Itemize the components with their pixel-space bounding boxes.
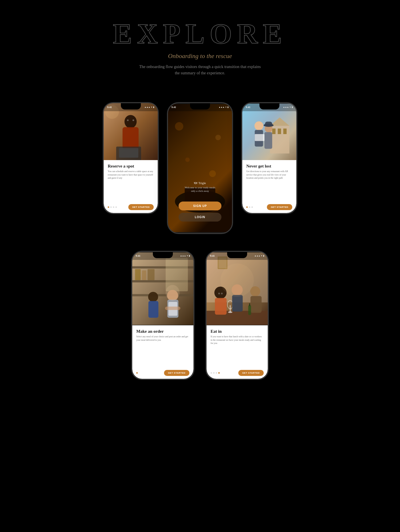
svg-rect-56: [251, 296, 262, 312]
phone-footer-5: GET STARTED: [211, 370, 264, 376]
svg-point-36: [148, 292, 158, 302]
logo-text: Trigle: [198, 181, 206, 185]
svg-rect-24: [265, 132, 272, 149]
phone-text-5: If you want to have that lunch with a da…: [211, 335, 264, 345]
svg-point-57: [221, 293, 223, 294]
signal-icon-3: ▲▲▲: [283, 106, 289, 108]
svg-rect-2: [123, 127, 139, 150]
svg-rect-52: [215, 298, 227, 314]
battery-icon-3: ▮: [292, 106, 293, 108]
phone-order: 9:41 ▲▲▲ ▾ ▮: [131, 251, 194, 380]
wifi-icon-3: ▾: [290, 106, 291, 108]
phone-text-4: Select any meal of your choice and post …: [136, 335, 189, 341]
time-5: 9:41: [210, 254, 215, 257]
status-1: ▲▲▲ ▾ ▮: [144, 106, 154, 108]
svg-rect-31: [132, 294, 193, 296]
svg-point-5: [127, 119, 129, 121]
dot-5a: [211, 372, 212, 374]
svg-rect-19: [278, 128, 281, 134]
svg-rect-33: [142, 270, 146, 280]
time-4: 9:41: [136, 254, 141, 257]
phone-text-1: You can schedule and reserve a table spa…: [108, 170, 154, 180]
dot-active-3: [246, 206, 248, 208]
phone-image-5: [207, 252, 268, 326]
dots-4: [136, 372, 138, 374]
phone-footer-1: GET STARTED: [108, 204, 154, 210]
travel-svg: [242, 103, 296, 164]
page-wrapper: EXPLORE Onboarding to the rescue The onb…: [0, 0, 400, 532]
svg-rect-4: [119, 148, 138, 158]
dot-active-4: [136, 372, 138, 374]
splash-overlay: 🍽 Trigle Welcome to your ready mealsonly…: [168, 103, 232, 233]
signal-icon-4: ▲▲▲: [180, 255, 186, 257]
battery-icon-5: ▮: [263, 255, 264, 257]
wifi-icon: ▾: [151, 106, 152, 108]
svg-rect-59: [248, 305, 251, 315]
header: EXPLORE Onboarding to the rescue The onb…: [113, 17, 287, 77]
dot-4: [115, 206, 117, 208]
battery-icon-4: ▮: [189, 255, 190, 257]
notch-1: [121, 103, 141, 109]
svg-point-58: [218, 293, 220, 294]
signal-icon-5: ▲▲▲: [254, 255, 260, 257]
dots-3: [246, 206, 253, 208]
phone-splash: 9:41 ▲▲▲ ▾ ▮: [167, 102, 233, 234]
dot-5c: [216, 372, 217, 374]
dot-3b: [249, 206, 250, 208]
phone-content-1: Reserve a spot You can schedule and rese…: [104, 160, 158, 213]
phone-image-1: [104, 103, 158, 164]
kitchen-svg: [132, 252, 193, 326]
phone-title-1: Reserve a spot: [108, 164, 154, 169]
svg-point-61: [221, 264, 254, 297]
notch-2: [190, 103, 210, 109]
dot-active-5: [218, 372, 220, 374]
wifi-icon-5: ▾: [261, 255, 262, 257]
time-1: 9:41: [107, 106, 112, 109]
login-button[interactable]: LOGIN: [179, 213, 221, 222]
splash-tagline: Welcome to your ready mealsonly a click …: [185, 186, 215, 193]
svg-rect-18: [272, 128, 276, 134]
signal-icon: ▲▲▲: [144, 106, 150, 108]
wifi-icon-2: ▾: [225, 106, 227, 108]
status-5: ▲▲▲ ▾ ▮: [254, 255, 264, 257]
get-started-button-1[interactable]: GET STARTED: [128, 204, 154, 210]
phone-image-4: [132, 252, 193, 326]
phone-reserve: 9:41 ▲▲▲ ▾ ▮: [103, 102, 159, 214]
svg-rect-34: [148, 269, 155, 280]
dots-5: [211, 372, 220, 374]
phone-title-4: Make an order: [136, 329, 189, 334]
svg-point-6: [133, 119, 134, 121]
signup-button[interactable]: SIGN UP: [179, 202, 221, 210]
phone-content-4: Make an order Select any meal of your ch…: [132, 325, 193, 378]
dot-3: [113, 206, 114, 208]
notch-5: [227, 252, 247, 258]
phone-content-5: Eat in If you want to have that lunch wi…: [207, 325, 268, 378]
battery-icon: ▮: [153, 106, 154, 108]
person-svg-1: [104, 103, 158, 164]
get-started-button-3[interactable]: GET STARTED: [267, 204, 292, 210]
phone-footer-4: GET STARTED: [136, 370, 189, 376]
notch-4: [153, 252, 173, 258]
app-logo: 🍽 Trigle: [194, 181, 206, 185]
get-started-button-4[interactable]: GET STARTED: [164, 370, 189, 376]
svg-point-21: [255, 121, 263, 130]
dining-svg: [207, 252, 268, 326]
phone-footer-3: GET STARTED: [246, 204, 292, 210]
svg-rect-60: [249, 303, 250, 306]
time-2: 9:41: [171, 106, 176, 109]
svg-rect-37: [148, 301, 158, 318]
logo-icon: 🍽: [194, 181, 197, 185]
svg-point-1: [125, 115, 137, 128]
svg-rect-25: [255, 134, 265, 141]
svg-rect-27: [265, 121, 272, 126]
svg-rect-20: [283, 128, 287, 134]
phone-title-5: Eat in: [211, 329, 264, 334]
get-started-button-5[interactable]: GET STARTED: [238, 370, 264, 376]
phone-text-3: Get directions to your any restaurant wi…: [246, 170, 292, 180]
dots-1: [108, 206, 117, 208]
status-3: ▲▲▲ ▾ ▮: [283, 106, 293, 108]
svg-point-42: [166, 285, 180, 300]
dot-active: [108, 206, 109, 208]
dot-2: [110, 206, 112, 208]
phone-image-3: [242, 103, 296, 164]
